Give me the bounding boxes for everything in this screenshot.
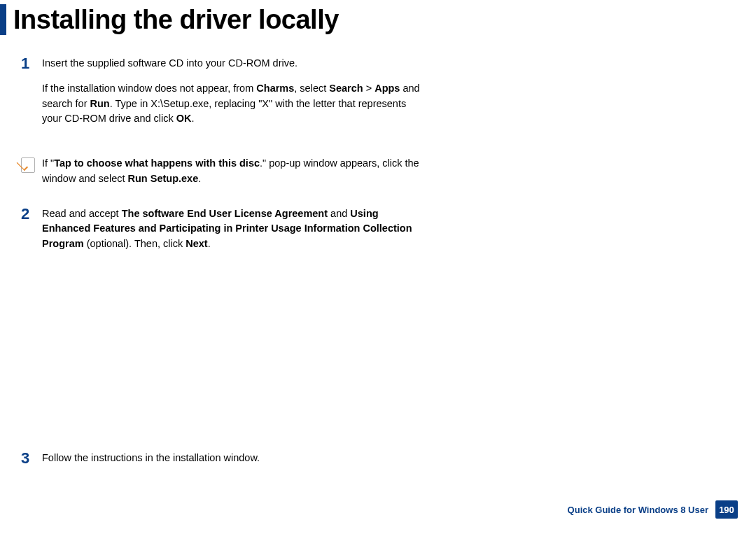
step-body: Insert the supplied software CD into you… — [42, 56, 427, 136]
tap-bold: Tap to choose what happens with this dis… — [54, 157, 260, 169]
note-icon-wrap — [21, 156, 42, 173]
step-body: Read and accept The software End User Li… — [42, 206, 427, 262]
search-bold: Search — [329, 83, 363, 94]
step-number: 2 — [21, 206, 42, 222]
eula-bold: The software End User License Agreement — [122, 208, 328, 219]
step2-text: Read and accept The software End User Li… — [42, 206, 427, 252]
step-2: 2 Read and accept The software End User … — [21, 206, 427, 262]
apps-bold: Apps — [374, 83, 400, 94]
page-title: Installing the driver locally — [0, 4, 339, 35]
note-icon — [21, 157, 35, 173]
txt: , select — [294, 83, 329, 94]
step1-line2: If the installation window does not appe… — [42, 81, 427, 127]
txt: . — [198, 173, 201, 184]
run-bold: Run — [90, 98, 110, 109]
step3-text: Follow the instructions in the installat… — [42, 451, 427, 466]
txt: and — [328, 208, 350, 219]
txt: . — [208, 238, 211, 249]
txt: . — [192, 113, 195, 124]
footer: Quick Guide for Windows 8 User 190 — [568, 500, 738, 519]
step1-line1: Insert the supplied software CD into you… — [42, 56, 427, 71]
step-body: Follow the instructions in the installat… — [42, 451, 427, 476]
txt: (optional). Then, click — [84, 238, 186, 249]
note-block: If "Tap to choose what happens with this… — [21, 156, 427, 187]
content-column: 1 Insert the supplied software CD into y… — [21, 56, 427, 476]
step-3: 3 Follow the instructions in the install… — [21, 451, 427, 476]
step-number: 3 — [21, 451, 42, 466]
page-number-badge: 190 — [715, 500, 738, 519]
step-1: 1 Insert the supplied software CD into y… — [21, 56, 427, 136]
title-accent-bar — [0, 4, 6, 35]
title-text: Installing the driver locally — [13, 5, 339, 35]
txt: If " — [42, 157, 54, 169]
runsetup-bold: Run Setup.exe — [128, 173, 199, 184]
footer-label: Quick Guide for Windows 8 User — [568, 505, 708, 515]
next-bold: Next — [186, 238, 207, 249]
ok-bold: OK — [176, 113, 192, 124]
step-number: 1 — [21, 56, 42, 71]
note-text: If "Tap to choose what happens with this… — [42, 156, 427, 187]
txt: Read and accept — [42, 208, 122, 219]
charms-bold: Charms — [256, 83, 294, 94]
txt: > — [363, 83, 375, 94]
txt: If the installation window does not appe… — [42, 83, 256, 94]
